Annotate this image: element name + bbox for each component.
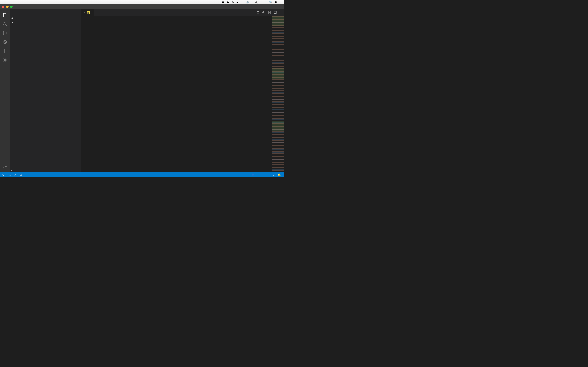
svg-point-2 [3, 31, 4, 32]
notifications-button[interactable]: 🔔 [278, 173, 282, 176]
activity-search[interactable] [0, 20, 10, 29]
svg-rect-8 [5, 49, 7, 51]
editor-area: × JS ⋯ [81, 9, 284, 173]
svg-rect-13 [257, 11, 258, 13]
activity-settings[interactable] [0, 162, 10, 171]
svg-rect-9 [3, 51, 5, 53]
problems-errors[interactable]: ⓧ [14, 173, 17, 176]
docker-icon[interactable]: ⛴ [227, 1, 229, 4]
svg-point-12 [4, 166, 6, 167]
chevron-down-icon: ◢ [11, 21, 13, 24]
svg-point-3 [3, 34, 4, 35]
preview-icon[interactable] [262, 11, 265, 15]
wifi-icon[interactable]: ᯤ [241, 1, 244, 4]
activity-extensions[interactable] [0, 47, 10, 55]
close-icon[interactable]: × [83, 11, 85, 14]
compare-icon[interactable] [256, 11, 260, 15]
svg-point-0 [3, 22, 6, 25]
outline-section[interactable]: ▸ [10, 168, 81, 173]
activity-bar [0, 9, 10, 173]
more-icon[interactable]: ⋯ [279, 11, 282, 14]
spotlight-icon[interactable]: 🔍 [269, 1, 272, 4]
git-branch[interactable] [2, 174, 6, 176]
activity-debug[interactable] [0, 38, 10, 47]
split-icon[interactable] [274, 11, 277, 15]
sidebar-title [10, 9, 81, 16]
status-bar: ⓧ ⚠ 👤 ☺ 🔔 [0, 173, 284, 177]
tab-test-main[interactable]: × JS [81, 9, 94, 16]
volume-icon[interactable]: 🔊 [246, 1, 250, 4]
explorer-sidebar: ◢ ◢ ▸ [10, 9, 81, 173]
activity-explorer[interactable] [0, 11, 10, 20]
activity-gitlens[interactable] [0, 55, 10, 64]
chevron-right-icon: ▸ [11, 169, 12, 172]
tab-bar: × JS ⋯ [81, 9, 284, 16]
activity-git[interactable] [0, 29, 10, 38]
js-file-icon: JS [86, 11, 90, 14]
minimap[interactable] [272, 16, 284, 173]
svg-line-6 [4, 41, 6, 43]
problems-warnings[interactable]: ⚠ [20, 173, 23, 176]
window-zoom-button[interactable] [10, 6, 13, 8]
cloud-icon[interactable]: ☁ [236, 1, 239, 4]
notification-center-icon[interactable]: ☰ [279, 1, 282, 4]
siri-icon[interactable]: ◉ [275, 1, 277, 4]
project-section[interactable]: ◢ [10, 20, 81, 25]
svg-point-11 [4, 59, 6, 60]
macos-menubar: ▣ ⛴ ⧉ ☁ ᯤ 🔊 🔌 🔍 ◉ ☰ [0, 0, 284, 4]
svg-point-15 [263, 12, 264, 13]
code-area[interactable] [92, 16, 284, 173]
chevron-down-icon: ◢ [11, 17, 13, 19]
window-close-button[interactable] [2, 6, 4, 8]
svg-point-10 [3, 58, 7, 62]
battery-icon[interactable]: 🔌 [254, 1, 258, 4]
line-gutter [81, 16, 92, 173]
svg-point-4 [6, 33, 7, 33]
window-minimize-button[interactable] [6, 6, 9, 8]
window-titlebar [0, 4, 284, 9]
open-editors-section[interactable]: ◢ [10, 16, 81, 20]
dropbox-icon[interactable]: ⧉ [232, 1, 233, 4]
feedback-button[interactable]: ☺ [272, 173, 275, 176]
editor-content[interactable] [81, 16, 284, 173]
svg-line-1 [6, 25, 7, 26]
file-tree [10, 25, 81, 168]
diff-icon[interactable] [268, 11, 271, 15]
sync-button[interactable] [8, 174, 11, 176]
status-icon[interactable]: ▣ [222, 1, 224, 4]
blame-status[interactable]: 👤 [251, 173, 255, 176]
svg-rect-14 [258, 11, 259, 13]
svg-rect-7 [3, 49, 5, 51]
